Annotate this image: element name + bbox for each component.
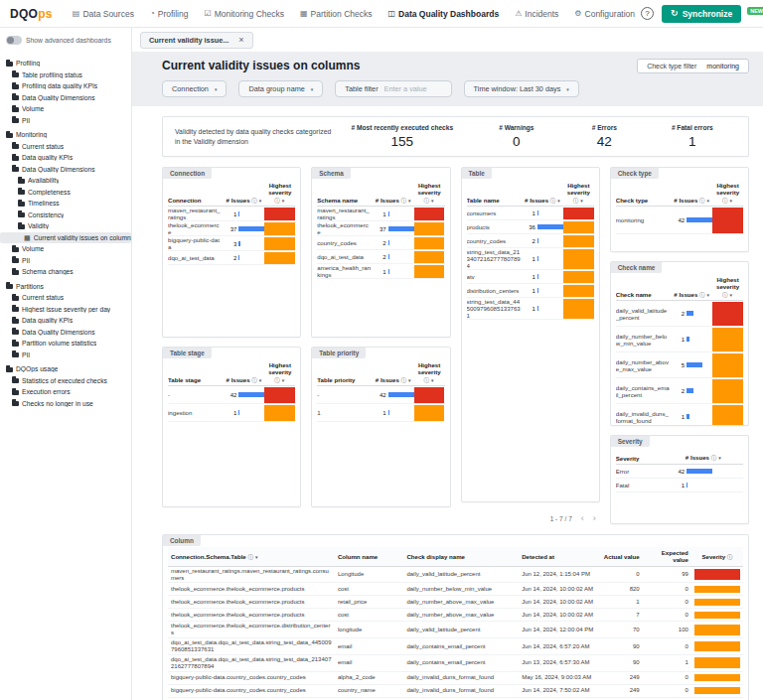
sidebar-item[interactable]: Schema changes (0, 266, 131, 278)
sidebar-item[interactable]: Monitoring (0, 129, 131, 141)
sidebar-item[interactable]: Highest issue severity per day (0, 304, 131, 316)
sort-desc-icon[interactable]: ▼ (729, 293, 733, 298)
column-table-row[interactable]: thelook_ecommerce.thelook_ecommerce.dist… (168, 622, 743, 638)
panel-row[interactable]: america_health_rankings 1 (317, 264, 444, 279)
column-table-row[interactable]: dqo_ai_test_data.dqo_ai_test_data.string… (168, 638, 743, 655)
sort-desc-icon[interactable]: ▼ (407, 199, 411, 204)
table-filter-control[interactable]: Table filter (335, 80, 451, 97)
advanced-dashboards-toggle[interactable]: Show advanced dashboards (0, 33, 131, 55)
panel-row[interactable]: daily_invalid_duns_format_found 1 (616, 404, 743, 425)
navbar-item[interactable]: ▦ Partition Checks (300, 9, 372, 19)
panel-row[interactable]: thelook_ecommerce 37 (168, 221, 295, 236)
panel-row[interactable]: bigquery-public-data 3 (168, 236, 295, 251)
sidebar-item[interactable]: Data quality KPIs (0, 315, 131, 327)
sidebar-item[interactable]: Availability (0, 175, 131, 187)
sidebar-item[interactable]: Table profiling status (0, 70, 131, 81)
column-table-row[interactable]: thelook_ecommerce.thelook_ecommerce.prod… (168, 596, 743, 609)
sidebar-item[interactable]: DQOps usage (0, 363, 131, 375)
table-filter-input[interactable] (384, 84, 442, 93)
page-next-icon[interactable]: › (593, 514, 596, 523)
panel-row[interactable]: - 42 (168, 386, 295, 404)
sidebar-item[interactable]: Data quality KPIs (0, 152, 131, 164)
sidebar-item[interactable]: Checks no longer in use (0, 398, 131, 410)
sidebar-item[interactable]: Partition volume statistics (0, 338, 131, 350)
panel-row[interactable]: dqo_ai_test_data 2 (317, 250, 444, 264)
sort-desc-icon[interactable]: ▼ (717, 456, 721, 461)
column-table-row[interactable]: thelook_ecommerce.thelook_ecommerce.prod… (168, 583, 743, 596)
data-group-filter-dropdown[interactable]: Data group name▾ (238, 80, 323, 97)
sidebar-item[interactable]: Current status (0, 292, 131, 304)
panel-row[interactable]: - 42 (317, 386, 444, 404)
panel-row[interactable]: country_codes 2 (467, 234, 594, 248)
sidebar-item[interactable]: Current status (0, 141, 131, 153)
sort-desc-icon[interactable]: ▼ (254, 555, 258, 560)
sort-desc-icon[interactable]: ▼ (430, 378, 434, 383)
panel-row[interactable]: string_test_data_4450097960851337631 1 (467, 298, 594, 320)
sidebar-item[interactable]: Volume (0, 243, 131, 255)
panel-row[interactable]: daily_number_above_max_value 5 (616, 352, 743, 378)
panel-row[interactable]: dqo_ai_test_data 2 (168, 251, 295, 265)
sort-desc-icon[interactable]: ▼ (430, 199, 434, 204)
column-table-row[interactable]: thelook_ecommerce.thelook_ecommerce.prod… (168, 609, 743, 622)
toggle-switch-icon[interactable] (6, 36, 22, 45)
navbar-item[interactable]: ⚠ Incidents (515, 9, 558, 19)
sidebar-item[interactable]: Completeness (0, 187, 131, 199)
panel-row[interactable]: string_test_data_2134072162777807894 1 (467, 248, 594, 270)
panel-row[interactable]: Fatal 1 (616, 479, 743, 492)
panel-row[interactable]: ingestion 1 (168, 404, 295, 422)
panel-row[interactable]: Error 42 (616, 465, 743, 479)
panel-row[interactable]: distribution_centers 1 (467, 284, 594, 298)
close-icon[interactable]: × (238, 36, 243, 45)
column-table-row[interactable]: maven_restaurant_ratings.maven_restauran… (168, 567, 743, 584)
navbar-item[interactable]: ◔ Profiling (150, 9, 189, 19)
sidebar-item[interactable]: Data Quality Dimensions (0, 92, 131, 104)
sidebar-item[interactable]: Consistency (0, 210, 131, 221)
sidebar-item[interactable]: Data Quality Dimensions (0, 327, 131, 339)
panel-row[interactable]: maven_restaurant_ratings 1 (168, 207, 295, 221)
page-prev-icon[interactable]: ‹ (581, 514, 584, 523)
sidebar-item[interactable]: PII (0, 350, 131, 361)
panel-row[interactable]: products 36 (467, 220, 594, 234)
sort-desc-icon[interactable]: ▼ (579, 199, 583, 204)
column-table-row[interactable]: bigquery-public-data.country_codes.count… (168, 685, 743, 698)
navbar-item[interactable]: ☑ Monitoring Checks (204, 9, 284, 19)
sort-desc-icon[interactable]: ▼ (706, 199, 710, 204)
column-table-row[interactable]: bigquery-public-data.country_codes.count… (168, 672, 743, 685)
panel-row[interactable]: daily_number_below_min_value 1 (616, 327, 743, 352)
sort-desc-icon[interactable]: ▼ (407, 378, 411, 383)
tab-current-validity-issues[interactable]: Current validity issue... × (140, 32, 253, 49)
sort-desc-icon[interactable]: ▼ (729, 199, 733, 204)
panel-row[interactable]: daily_contains_email_percent 2 (616, 378, 743, 404)
sidebar-item[interactable]: Partitions (0, 281, 131, 293)
synchronize-button[interactable]: ↻ Synchronize (662, 5, 741, 23)
navbar-item[interactable]: ⚙ Configuration (574, 9, 635, 19)
sidebar-item[interactable]: Validity (0, 220, 131, 232)
panel-row[interactable]: country_codes 2 (317, 236, 444, 250)
navbar-item[interactable]: ▤ Data Sources (73, 9, 134, 19)
sidebar-item[interactable]: PII (0, 255, 131, 267)
sort-desc-icon[interactable]: ▼ (258, 378, 262, 383)
sort-desc-icon[interactable]: ▼ (281, 199, 285, 204)
sidebar-item[interactable]: Volume (0, 103, 131, 115)
sidebar-item[interactable]: Data Quality Dimensions (0, 164, 131, 176)
sidebar-item[interactable]: ▦ Current validity issues on columns (0, 232, 131, 244)
column-table-row[interactable]: dqo_ai_test_data.dqo_ai_test_data.string… (168, 655, 743, 672)
panel-row[interactable]: maven_restaurant_ratings 1 (317, 207, 444, 221)
dqops-logo[interactable]: DQOps (10, 7, 53, 21)
panel-row[interactable]: atv 1 (467, 270, 594, 284)
sort-desc-icon[interactable]: ▼ (706, 293, 710, 298)
sidebar-item[interactable]: Timeliness (0, 198, 131, 210)
check-type-filter-button[interactable]: Check type filter monitoring (637, 59, 749, 73)
panel-row[interactable]: 1 1 (317, 404, 444, 422)
navbar-item[interactable]: ◫ Data Quality Dashboards (387, 9, 499, 19)
connection-filter-dropdown[interactable]: Connection▾ (162, 80, 227, 97)
sidebar-item[interactable]: Execution errors (0, 386, 131, 398)
sort-desc-icon[interactable]: ▼ (556, 199, 560, 204)
time-window-dropdown[interactable]: Time window: Last 30 days▾ (464, 80, 579, 97)
sidebar-item[interactable]: PII (0, 115, 131, 127)
help-icon[interactable]: ? (641, 7, 654, 20)
panel-row[interactable]: consumers 1 (467, 207, 594, 220)
panel-row[interactable]: thelook_ecommerce 37 (317, 221, 444, 236)
sidebar-item[interactable]: Profiling data quality KPIs (0, 80, 131, 92)
sort-desc-icon[interactable]: ▼ (258, 199, 262, 204)
